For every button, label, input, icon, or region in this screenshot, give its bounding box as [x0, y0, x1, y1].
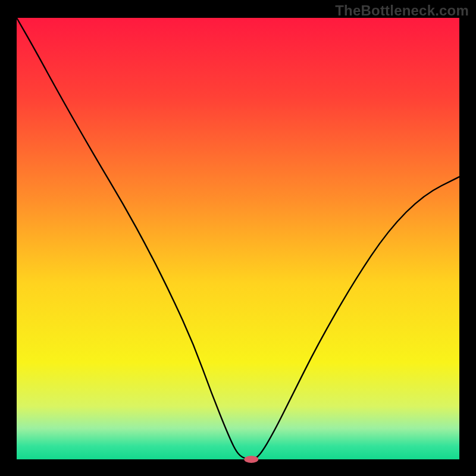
plot-background — [17, 18, 459, 459]
chart-frame: TheBottleneck.com — [0, 0, 476, 476]
bottleneck-marker — [244, 456, 258, 463]
bottleneck-chart — [0, 0, 476, 476]
